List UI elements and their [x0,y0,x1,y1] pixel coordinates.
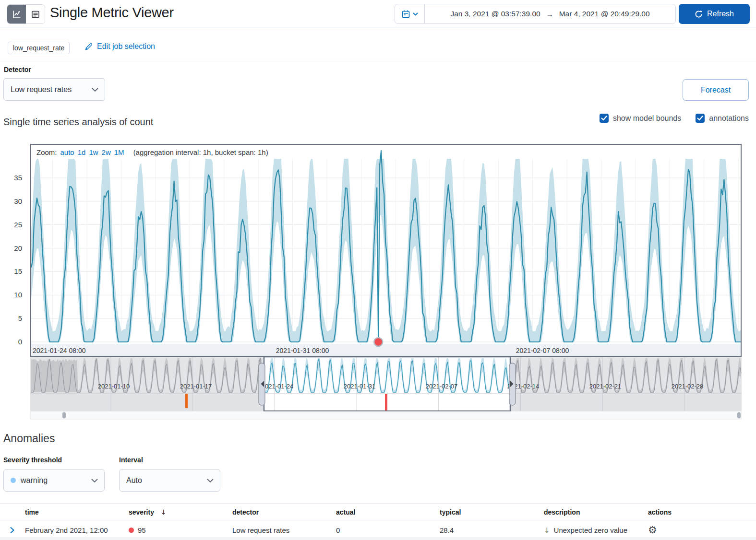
column-header-label: time [25,508,39,516]
zoom-prefix: Zoom: [36,148,57,156]
context-axis-label: 2021-02-07 [426,383,458,390]
context-axis-label: 2021-01-24 [262,383,294,390]
x-axis-label: 2021-02-07 08:00 [516,347,569,354]
annotation-strip [30,411,742,419]
page-header: Single Metric Viewer Jan 3, 2021 @ 03:57… [0,0,756,27]
cell-typical: 28.4 [440,526,544,534]
context-axis-label: 2021-02-21 [589,383,622,390]
checkbox-checked-icon[interactable] [696,114,705,123]
context-axis-label: 2021-01-31 [344,383,376,390]
zoom-link-1d[interactable]: 1d [78,148,86,156]
y-axis-label: 5 [18,314,22,322]
quick-select-button[interactable] [395,4,425,23]
x-axis-label: 2021-01-24 08:00 [33,347,86,354]
chevron-down-icon [207,479,214,483]
zoom-link-auto[interactable]: auto [60,148,74,156]
cell-time: February 2nd 2021, 12:00 [25,526,129,534]
checkbox-checked-icon[interactable] [600,114,609,123]
column-header-typical: typical [440,508,544,516]
view-toggle-group [7,4,45,24]
sort-descending-icon: ↓ [161,508,167,516]
detector-select[interactable]: Low request rates [3,78,105,101]
gear-icon[interactable]: ⚙ [648,525,657,535]
x-axis-strip [31,344,741,356]
time-range-picker: Jan 3, 2021 @ 03:57:39.00 → Mar 4, 2021 … [395,4,676,24]
warning-severity-dot [11,478,16,483]
zoom-link-2w[interactable]: 2w [102,148,111,156]
zoom-link-1w[interactable]: 1w [89,148,98,156]
checkbox-annotations[interactable]: annotations [696,114,749,123]
time-range-start[interactable]: Jan 3, 2021 @ 03:57:39.00 [450,10,540,18]
annotation-marker [62,412,66,419]
column-header-label: detector [232,508,259,516]
edit-job-selection-link[interactable]: Edit job selection [84,42,155,51]
table-view-button[interactable] [26,5,45,23]
cell-description: ↓Unexpected zero value [544,526,648,535]
x-axis-label: 2021-01-31 08:00 [276,347,329,354]
chevron-down-icon [413,12,418,16]
y-axis-label: 35 [14,174,22,182]
severity-threshold-label: Severity threshold [3,456,62,464]
chart-options: show model boundsannotations [600,114,749,123]
zoom-bar: Zoom:auto1d1w2w1M(aggregation interval: … [31,145,268,159]
anomaly-marker-critical[interactable] [374,338,383,346]
checkbox-label: annotations [709,114,749,123]
column-header-actions: actions [648,508,756,516]
context-axis-label: 2021-01-10 [98,383,130,390]
time-series-chart[interactable]: 2021-01-24 08:002021-01-31 08:002021-02-… [0,144,742,420]
interval-label: Interval [119,456,143,464]
series-section-title: Single time series analysis of count [3,117,153,128]
interval-select[interactable]: Auto [119,469,220,492]
column-header-time: time [25,508,129,516]
zoom-link-1M[interactable]: 1M [114,148,124,156]
chevron-down-icon [92,88,98,92]
y-axis-label: 10 [14,291,22,299]
y-axis-label: 30 [14,197,22,205]
data-table-icon [30,9,41,20]
annotation-marker [737,412,741,419]
column-header-actual: actual [336,508,440,516]
severity-threshold-select[interactable]: warning [3,469,105,492]
next-row-stripe [0,537,756,540]
severity-score: 95 [138,526,146,534]
column-header-label: description [544,508,580,516]
column-header-label: actual [336,508,355,516]
time-range-end[interactable]: Mar 4, 2021 @ 20:49:29.00 [559,10,650,18]
swimlane-marker-major [185,394,188,408]
cell-severity: 95 [129,526,232,534]
anomalies-heading: Anomalies [3,432,55,445]
context-axis-label: 2021-02-28 [672,383,704,390]
cell-actions: ⚙ [648,525,756,535]
pencil-icon [84,42,93,51]
job-badge: low_request_rate [8,42,70,54]
description-text: Unexpected zero value [554,526,627,534]
chart-view-button[interactable] [7,5,26,23]
cell-actual: 0 [336,526,440,534]
chevron-down-icon [91,479,98,483]
y-axis-label: 15 [14,267,22,275]
column-header-severity[interactable]: severity↓ [129,508,232,516]
detector-label: Detector [4,66,31,73]
column-header-description: description [544,508,648,516]
time-range-display[interactable]: Jan 3, 2021 @ 03:57:39.00 → Mar 4, 2021 … [425,4,675,23]
anomalies-table: timeseverity↓detectoractualtypicaldescri… [0,504,756,540]
context-axis-label: 2021-01-17 [180,383,212,390]
page-title: Single Metric Viewer [50,5,174,21]
aggregation-note: (aggregation interval: 1h, bucket span: … [133,148,268,156]
line-chart-icon [12,9,22,20]
column-header-label: typical [440,508,461,516]
section-divider [0,61,756,61]
forecast-button[interactable]: Forecast [683,79,749,101]
refresh-button[interactable]: Refresh [679,4,750,24]
refresh-icon [695,10,703,18]
swimlane-marker-critical [385,394,387,411]
expand-row-button[interactable] [8,526,25,535]
checkbox-show-model-bounds[interactable]: show model bounds [600,114,681,123]
refresh-label: Refresh [707,10,734,18]
anomalies-table-header: timeseverity↓detectoractualtypicaldescri… [0,504,756,520]
arrow-right-icon: → [546,10,553,18]
calendar-icon [401,10,410,19]
critical-severity-dot [129,528,134,533]
column-header-label: severity [129,508,154,516]
arrow-down-icon: ↓ [544,526,550,535]
